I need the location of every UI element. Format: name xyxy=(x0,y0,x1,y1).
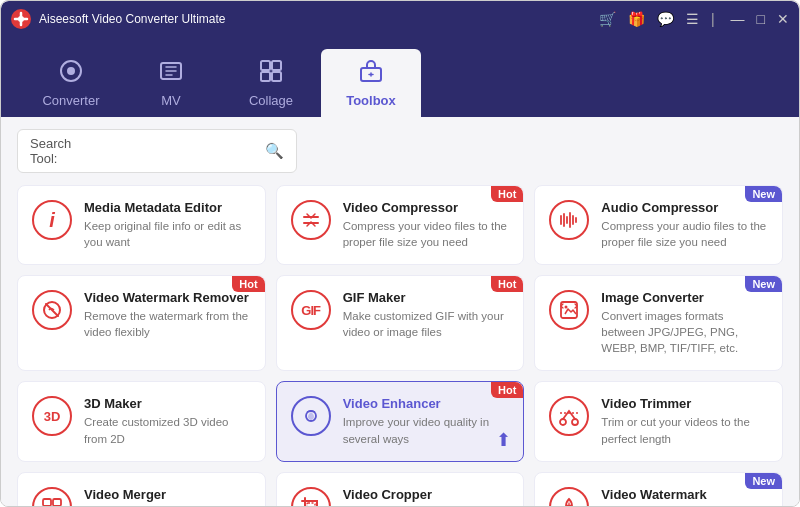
video-compressor-title: Video Compressor xyxy=(343,200,510,215)
video-enhancer-title: Video Enhancer xyxy=(343,396,510,411)
tool-video-trimmer[interactable]: Video Trimmer Trim or cut your videos to… xyxy=(534,381,783,461)
video-merger-icon xyxy=(32,487,72,507)
minimize-button[interactable]: — xyxy=(731,11,745,27)
tool-video-compressor[interactable]: Video Compressor Compress your video fil… xyxy=(276,185,525,265)
svg-point-12 xyxy=(565,306,568,309)
converter-icon xyxy=(59,59,83,89)
video-cropper-title: Video Cropper xyxy=(343,487,510,502)
video-enhancer-info: Video Enhancer Improve your video qualit… xyxy=(343,396,510,446)
3d-maker-icon: 3D xyxy=(32,396,72,436)
video-watermark-badge: New xyxy=(745,473,782,489)
image-converter-desc: Convert images formats between JPG/JPEG,… xyxy=(601,308,768,356)
titlebar: Aiseesoft Video Converter Ultimate 🛒 🎁 💬… xyxy=(1,1,799,37)
video-trimmer-icon xyxy=(549,396,589,436)
media-metadata-editor-info: Media Metadata Editor Keep original file… xyxy=(84,200,251,250)
audio-compressor-title: Audio Compressor xyxy=(601,200,768,215)
app-title: Aiseesoft Video Converter Ultimate xyxy=(39,12,595,26)
window-controls: 🛒 🎁 💬 ☰ | — □ ✕ xyxy=(595,11,789,27)
gif-maker-desc: Make customized GIF with your video or i… xyxy=(343,308,510,340)
menu-icon[interactable]: ☰ xyxy=(686,11,699,27)
search-label: Search Tool: xyxy=(30,136,91,166)
maximize-button[interactable]: □ xyxy=(757,11,765,27)
gift-icon[interactable]: 🎁 xyxy=(628,11,645,27)
svg-rect-8 xyxy=(272,72,281,81)
tab-mv-label: MV xyxy=(161,93,181,108)
tool-video-merger[interactable]: Video Merger Merge multiple clips into a… xyxy=(17,472,266,507)
tab-toolbox-label: Toolbox xyxy=(346,93,396,108)
tab-collage[interactable]: Collage xyxy=(221,49,321,117)
video-trimmer-title: Video Trimmer xyxy=(601,396,768,411)
video-trimmer-info: Video Trimmer Trim or cut your videos to… xyxy=(601,396,768,446)
image-converter-title: Image Converter xyxy=(601,290,768,305)
search-icon: 🔍 xyxy=(265,142,284,160)
gif-maker-info: GIF Maker Make customized GIF with your … xyxy=(343,290,510,340)
video-trimmer-desc: Trim or cut your videos to the perfect l… xyxy=(601,414,768,446)
gif-maker-badge: Hot xyxy=(491,276,523,292)
tab-collage-label: Collage xyxy=(249,93,293,108)
audio-compressor-info: Audio Compressor Compress your audio fil… xyxy=(601,200,768,250)
video-watermark-info: Video Watermark Add text and image water… xyxy=(601,487,768,507)
video-watermark-remover-title: Video Watermark Remover xyxy=(84,290,251,305)
video-merger-info: Video Merger Merge multiple clips into a… xyxy=(84,487,251,507)
video-watermark-icon xyxy=(549,487,589,507)
tools-grid: i Media Metadata Editor Keep original fi… xyxy=(17,185,783,507)
audio-compressor-desc: Compress your audio files to the proper … xyxy=(601,218,768,250)
tool-audio-compressor[interactable]: Audio Compressor Compress your audio fil… xyxy=(534,185,783,265)
svg-rect-5 xyxy=(261,61,270,70)
toolbox-icon xyxy=(359,59,383,89)
close-button[interactable]: ✕ xyxy=(777,11,789,27)
tool-video-watermark-remover[interactable]: Video Watermark Remover Remove the water… xyxy=(17,275,266,371)
tab-toolbox[interactable]: Toolbox xyxy=(321,49,421,117)
video-cropper-icon xyxy=(291,487,331,507)
svg-rect-19 xyxy=(307,503,315,507)
svg-point-3 xyxy=(67,67,75,75)
media-metadata-editor-icon: i xyxy=(32,200,72,240)
3d-maker-title: 3D Maker xyxy=(84,396,251,411)
video-watermark-title: Video Watermark xyxy=(601,487,768,502)
svg-point-1 xyxy=(18,16,24,22)
3d-maker-info: 3D Maker Create customized 3D video from… xyxy=(84,396,251,446)
media-metadata-editor-title: Media Metadata Editor xyxy=(84,200,251,215)
tool-video-enhancer[interactable]: Video Enhancer Improve your video qualit… xyxy=(276,381,525,461)
video-compressor-badge: Hot xyxy=(491,186,523,202)
nav-tabs: Converter MV Collage xyxy=(1,37,799,117)
tool-media-metadata-editor[interactable]: i Media Metadata Editor Keep original fi… xyxy=(17,185,266,265)
audio-compressor-badge: New xyxy=(745,186,782,202)
chat-icon[interactable]: 💬 xyxy=(657,11,674,27)
svg-rect-7 xyxy=(261,72,270,81)
video-enhancer-badge: Hot xyxy=(491,382,523,398)
tool-3d-maker[interactable]: 3D 3D Maker Create customized 3D video f… xyxy=(17,381,266,461)
image-converter-badge: New xyxy=(745,276,782,292)
media-metadata-editor-desc: Keep original file info or edit as you w… xyxy=(84,218,251,250)
3d-maker-desc: Create customized 3D video from 2D xyxy=(84,414,251,446)
tool-image-converter[interactable]: Image Converter Convert images formats b… xyxy=(534,275,783,371)
video-merger-title: Video Merger xyxy=(84,487,251,502)
cart-icon[interactable]: 🛒 xyxy=(599,11,616,27)
video-enhancer-desc: Improve your video quality in several wa… xyxy=(343,414,510,446)
video-watermark-remover-badge: Hot xyxy=(232,276,264,292)
tab-converter-label: Converter xyxy=(42,93,99,108)
tool-video-watermark[interactable]: Video Watermark Add text and image water… xyxy=(534,472,783,507)
tab-mv[interactable]: MV xyxy=(121,49,221,117)
tool-video-cropper[interactable]: Video Cropper Crop the redundant video f… xyxy=(276,472,525,507)
tab-converter[interactable]: Converter xyxy=(21,49,121,117)
gif-maker-title: GIF Maker xyxy=(343,290,510,305)
upload-icon: ⬆ xyxy=(496,429,511,451)
video-watermark-remover-icon xyxy=(32,290,72,330)
gif-maker-icon: GIF xyxy=(291,290,331,330)
tool-gif-maker[interactable]: GIF GIF Maker Make customized GIF with y… xyxy=(276,275,525,371)
video-enhancer-icon xyxy=(291,396,331,436)
video-compressor-desc: Compress your video files to the proper … xyxy=(343,218,510,250)
mv-icon xyxy=(159,59,183,89)
image-converter-info: Image Converter Convert images formats b… xyxy=(601,290,768,356)
image-converter-icon xyxy=(549,290,589,330)
svg-rect-16 xyxy=(43,499,51,506)
video-watermark-remover-desc: Remove the watermark from the video flex… xyxy=(84,308,251,340)
search-input[interactable] xyxy=(97,144,265,159)
video-cropper-info: Video Cropper Crop the redundant video f… xyxy=(343,487,510,507)
svg-rect-6 xyxy=(272,61,281,70)
main-content: Search Tool: 🔍 i Media Metadata Editor K… xyxy=(1,117,799,507)
search-bar: Search Tool: 🔍 xyxy=(17,129,297,173)
video-compressor-info: Video Compressor Compress your video fil… xyxy=(343,200,510,250)
video-watermark-remover-info: Video Watermark Remover Remove the water… xyxy=(84,290,251,340)
